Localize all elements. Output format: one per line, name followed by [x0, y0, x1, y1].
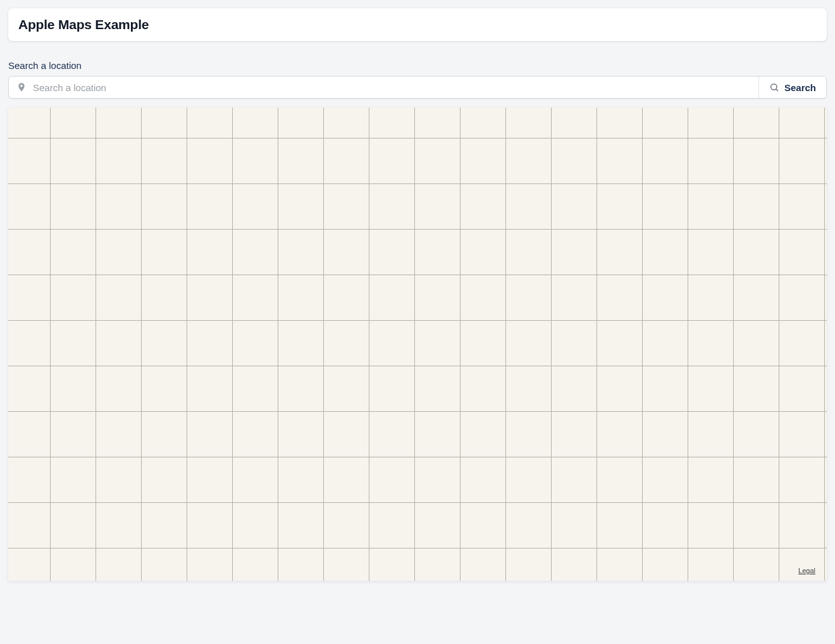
- page-title: Apple Maps Example: [18, 17, 817, 32]
- svg-point-0: [771, 84, 777, 90]
- map-grid: [8, 108, 827, 581]
- search-row: Search: [8, 76, 827, 99]
- location-pin-icon: [16, 82, 27, 92]
- search-button[interactable]: Search: [759, 77, 826, 98]
- map-canvas[interactable]: Legal: [8, 108, 827, 581]
- map-legal-link[interactable]: Legal: [798, 567, 815, 574]
- search-icon: [769, 82, 779, 92]
- search-section: Search a location Search: [8, 60, 827, 99]
- search-label: Search a location: [8, 60, 827, 71]
- search-input-wrap: [9, 77, 758, 98]
- search-button-label: Search: [784, 82, 816, 93]
- svg-line-1: [776, 89, 778, 91]
- header-card: Apple Maps Example: [8, 8, 827, 41]
- search-input[interactable]: [33, 82, 751, 93]
